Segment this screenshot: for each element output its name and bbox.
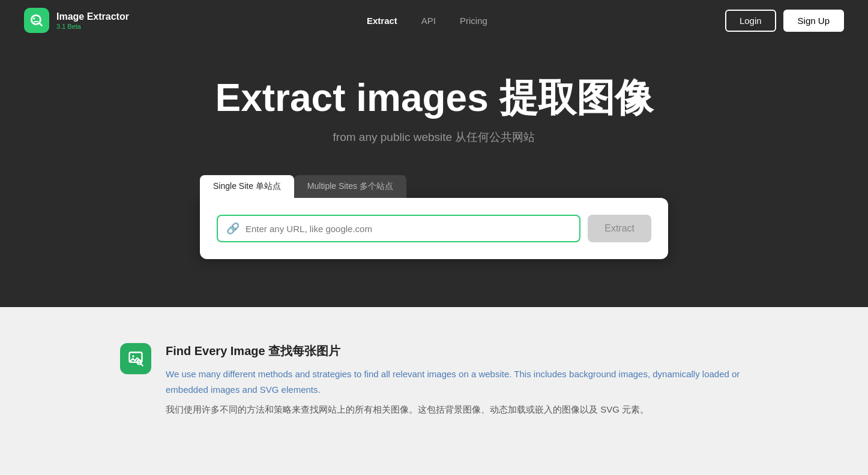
brand-icon xyxy=(29,13,44,28)
tab-single-site[interactable]: Single Site 单站点 xyxy=(200,175,294,198)
feature-description-en: We use many different methods and strate… xyxy=(166,366,748,397)
login-button[interactable]: Login xyxy=(725,10,776,32)
brand-version: 3.1 Beta xyxy=(56,23,129,30)
brand-name: Image Extractor xyxy=(56,11,129,22)
url-input-wrapper: 🔗 xyxy=(217,215,580,242)
nav-api[interactable]: API xyxy=(421,16,436,26)
content-section: Find Every Image 查找每张图片 We use many diff… xyxy=(0,307,868,458)
feature-title: Find Every Image 查找每张图片 xyxy=(166,343,748,359)
search-row: 🔗 Extract xyxy=(217,215,651,242)
hero-title: Extract images 提取图像 xyxy=(215,77,653,119)
navbar-actions: Login Sign Up xyxy=(725,10,844,32)
tab-multiple-sites[interactable]: Multiple Sites 多个站点 xyxy=(294,175,406,198)
hero-subtitle: from any public website 从任何公共网站 xyxy=(333,130,535,145)
svg-line-7 xyxy=(141,364,143,366)
search-card-wrapper: Single Site 单站点 Multiple Sites 多个站点 🔗 Ex… xyxy=(200,175,668,259)
feature-text: Find Every Image 查找每张图片 We use many diff… xyxy=(166,343,748,422)
url-input[interactable] xyxy=(246,224,571,234)
svg-point-1 xyxy=(33,17,35,19)
brand: Image Extractor 3.1 Beta xyxy=(24,8,129,33)
navbar: Image Extractor 3.1 Beta Extract API Pri… xyxy=(0,0,868,41)
brand-text: Image Extractor 3.1 Beta xyxy=(56,11,129,29)
feature-block: Find Every Image 查找每张图片 We use many diff… xyxy=(120,343,748,422)
link-icon: 🔗 xyxy=(226,222,240,235)
svg-line-2 xyxy=(39,23,41,25)
svg-point-5 xyxy=(132,356,134,358)
search-card: 🔗 Extract xyxy=(200,198,668,259)
feature-icon-box xyxy=(120,343,151,374)
hero-section: Extract images 提取图像 from any public webs… xyxy=(0,41,868,307)
search-image-icon xyxy=(127,350,144,367)
feature-description-zh: 我们使用许多不同的方法和策略来查找网站上的所有相关图像。这包括背景图像、动态加载… xyxy=(166,402,748,417)
signup-button[interactable]: Sign Up xyxy=(783,10,844,32)
tab-bar: Single Site 单站点 Multiple Sites 多个站点 xyxy=(200,175,668,198)
nav-pricing[interactable]: Pricing xyxy=(460,16,487,26)
nav-extract[interactable]: Extract xyxy=(367,16,397,26)
nav-links: Extract API Pricing xyxy=(367,16,487,26)
brand-logo xyxy=(24,8,49,33)
extract-button[interactable]: Extract xyxy=(588,215,651,242)
